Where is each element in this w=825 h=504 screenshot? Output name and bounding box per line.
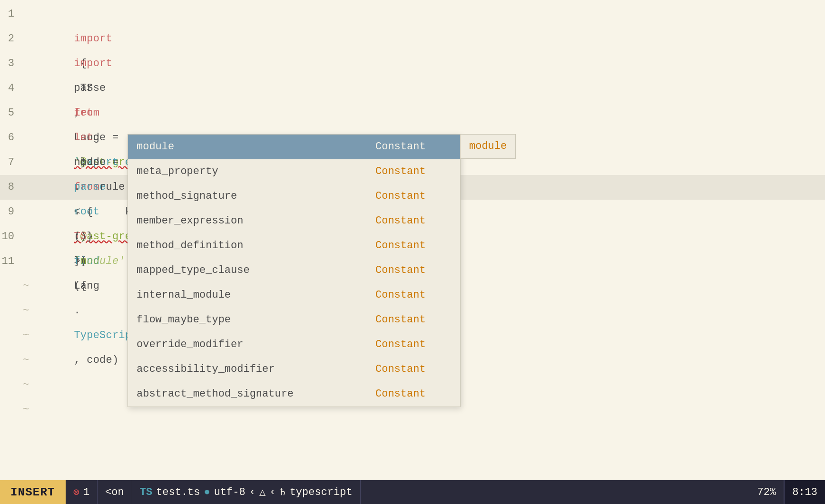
encoding: utf-8 xyxy=(214,486,246,498)
status-zoom: 72% xyxy=(750,480,785,504)
ac-item-name-0: module xyxy=(137,135,375,159)
line-num-7: 7 xyxy=(0,150,23,175)
ac-item-0[interactable]: module Constant xyxy=(128,135,460,159)
ac-item-name-10: abstract_method_signature xyxy=(137,382,375,407)
line-2: 2 import TS from '@ast-grep/napi/lang/Ty… xyxy=(0,27,825,51)
ac-item-name-9: accessibility_modifier xyxy=(137,357,375,382)
ac-item-name-8: override_modifier xyxy=(137,332,375,357)
bell2: ♄ xyxy=(279,486,285,499)
filename: test.ts xyxy=(156,486,200,498)
ac-item-10[interactable]: abstract_method_signature Constant xyxy=(128,382,460,407)
ac-item-type-6: Constant xyxy=(375,283,452,308)
status-right: 72% 8:13 xyxy=(750,480,825,504)
ac-item-name-2: method_signature xyxy=(137,184,375,209)
ac-item-type-1: Constant xyxy=(375,159,452,184)
autocomplete-dropdown[interactable]: module Constant meta_property Constant m… xyxy=(128,134,461,407)
autocomplete-preview: module xyxy=(461,134,516,159)
ac-item-name-5: mapped_type_clause xyxy=(137,258,375,283)
ac-item-type-0: Constant xyxy=(375,135,452,159)
bell1: △ xyxy=(259,486,265,499)
line-4: 4 let code = `export const a = 1` xyxy=(0,76,825,101)
line-num-5: 5 xyxy=(0,101,23,126)
line-3: 3 xyxy=(0,51,825,76)
lang-label: typescript xyxy=(290,486,353,498)
angle1: ‹ xyxy=(249,486,255,498)
modified-dot: ● xyxy=(204,486,210,498)
line-num-6: 6 xyxy=(0,126,23,150)
ac-item-1[interactable]: meta_property Constant xyxy=(128,159,460,184)
ac-item-type-10: Constant xyxy=(375,382,452,407)
ac-item-type-7: Constant xyxy=(375,308,452,332)
ac-item-type-4: Constant xyxy=(375,233,452,258)
line-num-3: 3 xyxy=(0,51,23,76)
ac-item-9[interactable]: accessibility_modifier Constant xyxy=(128,357,460,382)
line-num-2: 2 xyxy=(0,27,23,51)
ac-item-name-7: flow_maybe_type xyxy=(137,308,375,332)
ac-preview-text: module xyxy=(469,140,507,153)
ac-item-type-2: Constant xyxy=(375,184,452,209)
status-errors: ⊗ 1 xyxy=(66,480,98,504)
ac-item-3[interactable]: member_expression Constant xyxy=(128,209,460,233)
ac-item-5[interactable]: mapped_type_clause Constant xyxy=(128,258,460,283)
ac-item-2[interactable]: method_signature Constant xyxy=(128,184,460,209)
ac-item-name-4: method_definition xyxy=(137,233,375,258)
line-num-9: 9 xyxy=(0,200,23,224)
ac-item-6[interactable]: internal_module Constant xyxy=(128,283,460,308)
line-num-4: 4 xyxy=(0,76,23,101)
angle2: ‹ xyxy=(269,486,275,498)
error-count: 1 xyxy=(83,486,89,498)
ac-item-name-3: member_expression xyxy=(137,209,375,233)
ac-item-name-1: meta_property xyxy=(137,159,375,184)
zoom-value: 72% xyxy=(757,486,776,498)
position-value: 8:13 xyxy=(792,486,817,498)
ac-item-name-6: internal_module xyxy=(137,283,375,308)
filetype-icon: TS xyxy=(140,486,152,498)
status-mode: INSERT xyxy=(0,480,66,504)
editor: 1 import { parse , Lang } from '@ast-gre… xyxy=(0,0,825,480)
ac-item-8[interactable]: override_modifier Constant xyxy=(128,332,460,357)
line-num-1: 1 xyxy=(0,2,23,27)
line-num-11: 11 xyxy=(0,249,23,274)
line-num-10: 10 xyxy=(0,224,23,249)
ac-item-type-3: Constant xyxy=(375,209,452,233)
line-num-8: 8 xyxy=(0,175,23,200)
status-bar: INSERT ⊗ 1 <on TS test.ts ● utf-8 ‹ △ ‹ … xyxy=(0,480,825,504)
line-1: 1 import { parse , Lang } from '@ast-gre… xyxy=(0,2,825,27)
status-position: 8:13 xyxy=(784,480,825,504)
branch-label: <on xyxy=(105,486,124,498)
line-content-3 xyxy=(23,51,825,76)
status-branch: <on xyxy=(98,480,132,504)
line-5: 5 let node = parse < TS >( Lang . TypeSc… xyxy=(0,101,825,126)
ac-item-type-5: Constant xyxy=(375,258,452,283)
status-filetype: TS test.ts ● utf-8 ‹ △ ‹ ♄ typescript xyxy=(132,480,361,504)
ac-item-type-8: Constant xyxy=(375,332,452,357)
ac-item-4[interactable]: method_definition Constant xyxy=(128,233,460,258)
ac-item-7[interactable]: flow_maybe_type Constant xyxy=(128,308,460,332)
error-icon: ⊗ xyxy=(73,486,79,499)
ac-item-type-9: Constant xyxy=(375,357,452,382)
